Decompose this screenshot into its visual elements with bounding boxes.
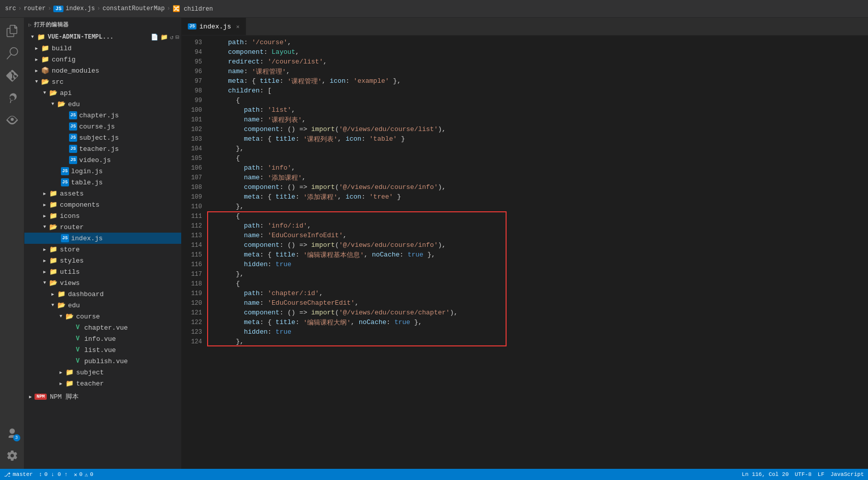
tree-item-icons[interactable]: ▶ 📁 icons (24, 210, 181, 221)
line-number-110: 110 (182, 202, 202, 211)
tree-item-tablejs[interactable]: ▶ JS table.js (24, 177, 181, 188)
code-line-104: }, (212, 144, 868, 153)
line-number-95: 95 (182, 57, 202, 67)
code-content[interactable]: path: '/course', component: Layout, redi… (207, 36, 868, 469)
js-file-icon: JS (69, 122, 77, 131)
tree-item-build[interactable]: ▶ 📁 build (24, 43, 181, 54)
new-file-icon[interactable]: 📄 (151, 34, 158, 41)
status-encoding[interactable]: UTF-8 (795, 471, 812, 477)
project-root[interactable]: ▼ 📁 VUE-ADMIN-TEMPL... 📄 📁 ↺ ⊟ (24, 31, 181, 43)
status-line-col[interactable]: Ln 116, Col 20 (742, 471, 788, 477)
activity-account[interactable]: 3 (3, 424, 21, 442)
folder-router-icon: 📂 (49, 222, 58, 232)
code-line-107: name: '添加课程', (212, 173, 868, 182)
tree-item-teacher[interactable]: ▶ 📁 teacher (24, 378, 181, 389)
line-number-124: 124 (182, 337, 202, 346)
tree-item-chapterjs[interactable]: ▶ JS chapter.js (24, 110, 181, 121)
tree-item-styles[interactable]: ▶ 📁 styles (24, 255, 181, 266)
activity-git[interactable] (3, 67, 21, 85)
tree-item-node-modules[interactable]: ▶ 📦 node_modules (24, 65, 181, 76)
editor-tab-indexjs[interactable]: JS index.js ✕ (182, 18, 246, 35)
code-line-113: name: 'EduCourseInfoEdit', (212, 231, 868, 240)
tree-item-videojs[interactable]: ▶ JS video.js (24, 154, 181, 166)
line-number-106: 106 (182, 163, 202, 173)
code-line-108: component: () => import('@/views/edu/cou… (212, 182, 868, 192)
tree-item-chaptervue[interactable]: ▶ V chapter.vue (24, 322, 181, 333)
tree-item-views-edu[interactable]: ▼ 📂 edu (24, 300, 181, 311)
folder-icon: 📁 (49, 200, 58, 209)
line-number-117: 117 (182, 269, 202, 279)
status-language[interactable]: JavaScript (830, 471, 864, 477)
breadcrumb-constant[interactable]: constantRouterMap (103, 5, 164, 12)
js-file-icon: JS (61, 167, 69, 175)
tree-item-views[interactable]: ▼ 📂 views (24, 277, 181, 289)
line-number-119: 119 (182, 289, 202, 298)
status-branch[interactable]: ⎇ master (4, 471, 33, 478)
folder-icon: 📁 (49, 267, 58, 276)
tree-item-router[interactable]: ▼ 📂 router (24, 221, 181, 233)
tree-item-subject[interactable]: ▶ 📁 subject (24, 367, 181, 378)
tree-item-dashboard[interactable]: ▶ 📁 dashboard (24, 289, 181, 300)
tab-js-badge: JS (188, 23, 196, 29)
tree-item-edu[interactable]: ▼ 📂 edu (24, 99, 181, 110)
tree-item-listvue[interactable]: ▶ V list.vue (24, 344, 181, 356)
activity-search[interactable] (3, 44, 21, 62)
status-bar: ⎇ master ↕ 0 ↓ 0 ↑ ✕ 0 ⚠ 0 Ln 116, Col 2… (0, 469, 868, 480)
tree-item-utils[interactable]: ▶ 📁 utils (24, 266, 181, 277)
line-number-98: 98 (182, 86, 202, 95)
npm-section[interactable]: ▶ NPM NPM 脚本 (24, 391, 181, 402)
line-number-93: 93 (182, 38, 202, 47)
breadcrumb-src[interactable]: src (5, 5, 16, 12)
tree-item-subjectjs[interactable]: ▶ JS subject.js (24, 132, 181, 143)
folder-icon: 📁 (49, 189, 58, 198)
folder-icon: 📦 (41, 66, 50, 75)
tree-item-api[interactable]: ▼ 📂 api (24, 87, 181, 99)
code-line-122: meta: { title: '编辑课程大纲', noCache: true }… (212, 317, 868, 327)
activity-debug[interactable] (3, 89, 21, 107)
tab-close-icon[interactable]: ✕ (236, 23, 240, 30)
vue-file-icon: V (73, 345, 82, 355)
tree-item-indexjs[interactable]: ▶ JS index.js (24, 233, 181, 244)
breadcrumb-router[interactable]: router (24, 5, 46, 12)
tree-item-store[interactable]: ▶ 📁 store (24, 244, 181, 255)
status-line-ending[interactable]: LF (818, 471, 824, 477)
folder-icon: 📂 (49, 278, 58, 287)
breadcrumb-bar: src › router › JS index.js › constantRou… (0, 0, 868, 18)
tree-item-assets[interactable]: ▶ 📁 assets (24, 188, 181, 199)
tree-item-config[interactable]: ▶ 📁 config (24, 54, 181, 65)
code-line-95: redirect: '/course/list', (212, 57, 868, 67)
code-line-116: hidden: true (212, 260, 868, 269)
status-errors[interactable]: ✕ 0 ⚠ 0 (74, 471, 93, 478)
line-number-101: 101 (182, 115, 202, 124)
breadcrumb-children[interactable]: 🔀 children (173, 5, 213, 13)
line-number-114: 114 (182, 240, 202, 250)
line-number-109: 109 (182, 192, 202, 202)
folder-icon: 📁 (49, 211, 58, 220)
tree-item-components[interactable]: ▶ 📁 components (24, 199, 181, 210)
new-folder-icon[interactable]: 📁 (160, 34, 168, 41)
status-sync[interactable]: ↕ 0 ↓ 0 ↑ (39, 471, 68, 477)
activity-settings[interactable] (3, 446, 21, 465)
collapse-icon[interactable]: ⊟ (176, 34, 179, 41)
tree-item-teacherjs[interactable]: ▶ JS teacher.js (24, 143, 181, 154)
tree-item-coursejs[interactable]: ▶ JS course.js (24, 121, 181, 132)
breadcrumb-indexjs[interactable]: index.js (65, 5, 95, 12)
tree-item-publishvue[interactable]: ▶ V publish.vue (24, 356, 181, 367)
line-number-122: 122 (182, 317, 202, 327)
tree-item-views-course[interactable]: ▼ 📂 course (24, 311, 181, 322)
refresh-icon[interactable]: ↺ (170, 34, 174, 41)
code-editor[interactable]: 9394959697989910010110210310410510610710… (182, 36, 868, 469)
line-number-118: 118 (182, 279, 202, 289)
line-number-96: 96 (182, 67, 202, 76)
npm-badge: NPM (35, 394, 47, 400)
activity-files[interactable] (3, 22, 21, 40)
tree-item-loginjs[interactable]: ▶ JS login.js (24, 166, 181, 177)
js-file-icon: JS (69, 156, 77, 164)
folder-icon: 📁 (65, 368, 74, 377)
code-line-101: name: '课程列表', (212, 115, 868, 124)
sync-icon: ↕ (39, 471, 43, 477)
expand-arrow: ▼ (28, 35, 37, 40)
activity-extensions[interactable] (3, 111, 21, 130)
tree-item-src[interactable]: ▼ 📂 src (24, 76, 181, 87)
tree-item-infovue[interactable]: ▶ V info.vue (24, 333, 181, 344)
